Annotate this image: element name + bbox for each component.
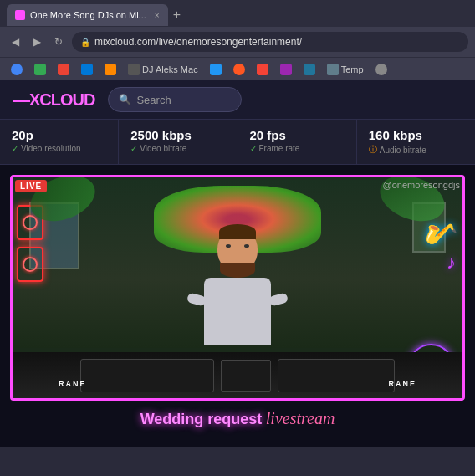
bookmark-item[interactable] bbox=[100, 62, 120, 77]
dj-eye-right bbox=[244, 244, 249, 248]
turntable-left bbox=[80, 359, 214, 392]
stat-value-audio: 160 kbps bbox=[369, 128, 463, 142]
new-tab-button[interactable]: + bbox=[173, 8, 181, 23]
bookmark-icon-4 bbox=[81, 64, 93, 75]
bookmark-item[interactable] bbox=[206, 62, 226, 77]
mixer bbox=[221, 360, 271, 392]
tab-bar: One More Song DJs on Mi... × + bbox=[0, 0, 475, 27]
bookmark-label-temp: Temp bbox=[341, 64, 364, 74]
tab-title: One More Song DJs on Mi... bbox=[30, 10, 146, 20]
address-bar[interactable]: 🔒 mixcloud.com/live/onemoresongentertain… bbox=[72, 32, 468, 52]
search-placeholder: Search bbox=[136, 94, 171, 106]
url-text: mixcloud.com/live/onemoresongentertainme… bbox=[94, 36, 302, 48]
logo-main: XCLOUD bbox=[29, 90, 94, 109]
search-icon: 🔍 bbox=[119, 94, 131, 105]
tab-favicon bbox=[15, 10, 25, 20]
bookmark-icon-9 bbox=[257, 64, 268, 75]
bookmark-icon-3 bbox=[58, 64, 69, 75]
tab-close-button[interactable]: × bbox=[155, 11, 160, 20]
dj-eye-left bbox=[226, 244, 231, 248]
bookmark-icon-12 bbox=[375, 64, 387, 75]
video-container: LIVE @onemoresongdjs bbox=[0, 165, 475, 447]
caption-main: Wedding request bbox=[140, 411, 263, 427]
stat-value-fps: 20 fps bbox=[250, 128, 345, 142]
lock-icon: 🔒 bbox=[80, 38, 90, 47]
video-caption: Wedding request livestream bbox=[10, 401, 465, 437]
dj-hair bbox=[219, 224, 256, 239]
dj-body bbox=[204, 278, 271, 345]
bookmark-item[interactable] bbox=[229, 62, 249, 77]
stat-label-resolution: ✓ Video resolution bbox=[12, 144, 106, 153]
bookmark-item[interactable] bbox=[7, 62, 27, 77]
mixcloud-header: —XCLOUD 🔍 Search bbox=[0, 80, 475, 119]
forward-button[interactable]: ▶ bbox=[28, 36, 45, 48]
turntable-right bbox=[278, 359, 395, 392]
bookmark-icon-7 bbox=[210, 64, 222, 75]
bookmark-temp[interactable]: Temp bbox=[323, 62, 368, 77]
stat-audio-bitrate: 160 kbps ⓘ Audio bitrate bbox=[357, 120, 475, 164]
stat-value-resolution: 20p bbox=[12, 128, 106, 142]
bookmark-icon-5 bbox=[105, 64, 116, 75]
stat-video-resolution: 20p ✓ Video resolution bbox=[0, 120, 119, 164]
bookmark-item[interactable] bbox=[276, 62, 296, 77]
bookmark-item[interactable] bbox=[54, 62, 74, 77]
bookmark-icon-temp bbox=[327, 64, 339, 75]
bookmark-icon-1 bbox=[11, 64, 23, 75]
stats-bar: 20p ✓ Video resolution 2500 kbps ✓ Video… bbox=[0, 119, 475, 165]
bookmark-item[interactable] bbox=[371, 62, 391, 77]
mixcloud-app: —XCLOUD 🔍 Search 20p ✓ Video resolution … bbox=[0, 80, 475, 447]
stat-label-audio: ⓘ Audio bitrate bbox=[369, 144, 463, 156]
warn-icon-audio: ⓘ bbox=[369, 144, 377, 156]
logo-prefix: — bbox=[13, 90, 29, 109]
username-tag: @onemoresongdjs bbox=[383, 180, 461, 190]
bookmark-icon-10 bbox=[280, 64, 292, 75]
rane-label-right: RANE bbox=[388, 380, 416, 388]
bookmark-item[interactable] bbox=[299, 62, 319, 77]
bookmarks-bar: DJ Aleks Mac Temp bbox=[0, 57, 475, 80]
browser-chrome: One More Song DJs on Mi... × + ◀ ▶ ↻ 🔒 m… bbox=[0, 0, 475, 80]
caption-cursive: livestream bbox=[266, 409, 335, 427]
rane-label-left: RANE bbox=[59, 380, 87, 388]
stat-value-bitrate: 2500 kbps bbox=[130, 128, 225, 142]
dj-equipment: RANE RANE bbox=[13, 352, 462, 398]
search-bar[interactable]: 🔍 Search bbox=[108, 87, 242, 112]
stat-label-fps: ✓ Frame rate bbox=[250, 144, 345, 153]
bookmark-item[interactable] bbox=[253, 62, 273, 77]
bookmark-icon-6 bbox=[128, 64, 140, 75]
refresh-button[interactable]: ↻ bbox=[50, 36, 67, 48]
dj-figure bbox=[204, 228, 271, 345]
stat-label-bitrate: ✓ Video bitrate bbox=[130, 144, 225, 153]
dj-beard bbox=[220, 263, 255, 278]
live-badge: LIVE bbox=[15, 180, 47, 192]
active-tab[interactable]: One More Song DJs on Mi... × bbox=[7, 4, 168, 26]
check-icon-resolution: ✓ bbox=[12, 144, 18, 153]
dj-head bbox=[217, 228, 258, 271]
video-frame: 🎷 ♪ 📷 RANE RANE bbox=[10, 175, 465, 401]
stat-video-bitrate: 2500 kbps ✓ Video bitrate bbox=[119, 120, 238, 164]
mixcloud-logo: —XCLOUD bbox=[13, 90, 94, 110]
check-icon-bitrate: ✓ bbox=[130, 144, 137, 153]
bookmark-icon-8 bbox=[233, 64, 245, 75]
address-bar-row: ◀ ▶ ↻ 🔒 mixcloud.com/live/onemoresongent… bbox=[0, 27, 475, 57]
bookmark-dj-aleks[interactable]: DJ Aleks Mac bbox=[124, 62, 202, 77]
bookmark-item[interactable] bbox=[30, 62, 50, 77]
bookmark-item[interactable] bbox=[77, 62, 97, 77]
bookmark-icon-11 bbox=[304, 64, 315, 75]
check-icon-fps: ✓ bbox=[250, 144, 257, 153]
back-button[interactable]: ◀ bbox=[7, 36, 23, 48]
bookmark-icon-2 bbox=[34, 64, 46, 75]
stat-frame-rate: 20 fps ✓ Frame rate bbox=[238, 120, 357, 164]
bookmark-label-dj-aleks: DJ Aleks Mac bbox=[142, 64, 198, 74]
